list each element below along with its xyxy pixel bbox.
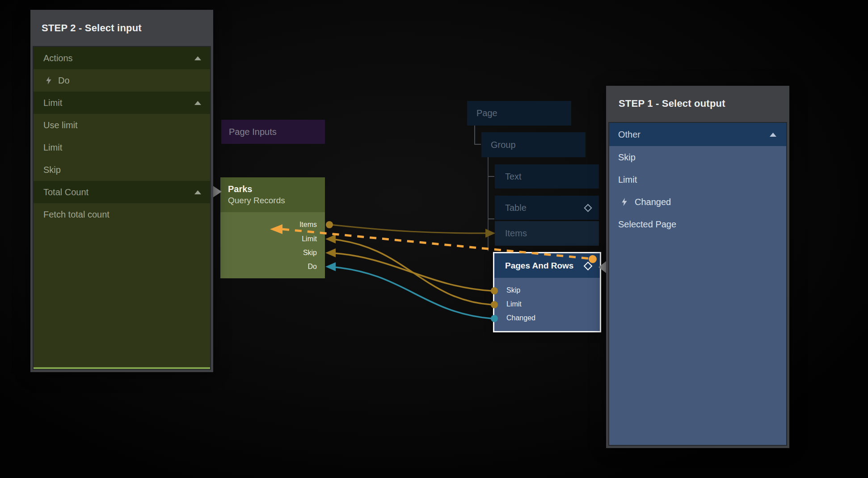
parks-do-arrowhead [325, 262, 336, 271]
step2-item-skip[interactable]: Skip [34, 159, 210, 181]
item-label: Do [58, 75, 70, 86]
chevron-up-icon[interactable] [770, 133, 776, 137]
diamond-icon [583, 203, 593, 213]
section-label: Limit [43, 98, 62, 108]
wire-limit[interactable] [329, 239, 492, 305]
node-label: Page Inputs [229, 127, 277, 137]
step2-item-limit[interactable]: Limit [34, 136, 210, 159]
step2-section-actions[interactable]: Actions [34, 47, 210, 69]
pagesrows-port-changed[interactable]: Changed [506, 314, 535, 323]
node-title: Parks [228, 183, 325, 195]
tree-node-label: Group [491, 140, 516, 150]
item-label: Skip [618, 152, 636, 163]
item-label: Use limit [43, 120, 78, 130]
tree-node-label: Page [476, 108, 497, 118]
step1-list: Other Skip Limit Changed Selected Page [608, 122, 787, 446]
step2-item-use-limit[interactable]: Use limit [34, 114, 210, 136]
item-label: Limit [618, 175, 637, 185]
section-label: Actions [43, 53, 73, 63]
parks-node[interactable]: Parks Query Records Items Limit Skip Do [220, 177, 325, 278]
step2-panel: STEP 2 - Select input Actions Do Limit U… [30, 10, 213, 372]
node-subtitle: Query Records [228, 195, 325, 206]
parks-port-limit[interactable]: Limit [302, 235, 317, 243]
section-label: Total Count [43, 187, 88, 197]
parks-limit-arrowhead [325, 235, 336, 243]
parks-port-items[interactable]: Items [299, 220, 317, 229]
tree-node-label: Items [505, 228, 527, 239]
step2-section-total-count[interactable]: Total Count [34, 181, 210, 203]
tree-node-table[interactable]: Table [495, 196, 599, 220]
step2-item-do[interactable]: Do [34, 69, 210, 92]
step1-item-changed[interactable]: Changed [609, 191, 786, 213]
step1-pointer-triangle [598, 261, 607, 273]
tree-node-page[interactable]: Page [467, 101, 571, 126]
step1-panel-title: STEP 1 - Select output [619, 86, 725, 122]
step1-section-other[interactable]: Other [609, 123, 786, 146]
item-label: Limit [43, 143, 62, 153]
wire-changed[interactable] [330, 267, 492, 319]
tree-node-items[interactable]: Items [495, 221, 599, 246]
step1-item-limit[interactable]: Limit [609, 168, 786, 191]
parks-skip-arrowhead [325, 248, 336, 257]
chevron-up-icon[interactable] [194, 190, 201, 194]
step2-panel-title: STEP 2 - Select input [42, 10, 142, 46]
pagesrows-port-skip[interactable]: Skip [506, 286, 520, 295]
pagesrows-port-limit[interactable]: Limit [506, 300, 522, 309]
chevron-up-icon[interactable] [194, 56, 201, 60]
lightning-icon [46, 76, 51, 84]
item-label: Fetch total count [43, 210, 110, 220]
tree-connector-page-group [475, 126, 481, 144]
wire-skip[interactable] [329, 253, 492, 291]
tree-node-label: Table [505, 203, 527, 213]
step1-panel: STEP 1 - Select output Other Skip Limit … [606, 86, 789, 448]
step2-section-limit[interactable]: Limit [34, 92, 210, 114]
item-label: Skip [43, 165, 61, 175]
wire-items[interactable] [331, 225, 486, 233]
item-label: Changed [635, 197, 671, 207]
step2-item-fetch-total-count[interactable]: Fetch total count [34, 203, 210, 226]
chevron-up-icon[interactable] [194, 101, 201, 105]
flow-canvas: STEP 2 - Select input Actions Do Limit U… [0, 0, 868, 478]
item-label: Selected Page [618, 219, 676, 230]
parks-port-do[interactable]: Do [308, 262, 317, 271]
wire-items-arrowhead [485, 229, 495, 238]
diamond-icon[interactable] [582, 260, 594, 272]
parks-items-port-dot[interactable] [326, 221, 333, 228]
section-label: Other [618, 130, 640, 140]
parks-node-header: Parks Query Records [220, 177, 325, 212]
tree-node-label: Text [505, 172, 522, 182]
parks-port-skip[interactable]: Skip [303, 248, 317, 257]
step1-item-selected-page[interactable]: Selected Page [609, 213, 786, 235]
lightning-icon [622, 198, 627, 206]
node-title: Pages And Rows [505, 261, 573, 271]
tree-node-text[interactable]: Text [495, 164, 599, 189]
page-inputs-node[interactable]: Page Inputs [221, 120, 325, 144]
step2-list: Actions Do Limit Use limit Limit Skip To… [33, 46, 211, 370]
pages-and-rows-node[interactable]: Pages And Rows Skip Limit Changed [493, 252, 601, 332]
step1-item-skip[interactable]: Skip [609, 146, 786, 168]
tree-node-group[interactable]: Group [481, 132, 586, 157]
